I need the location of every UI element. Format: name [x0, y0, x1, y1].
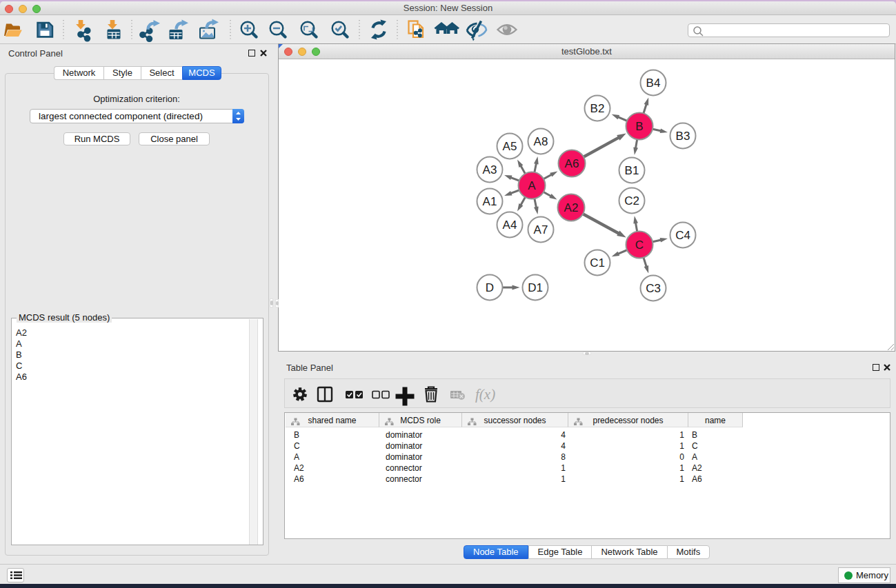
svg-text:f(x): f(x) — [475, 386, 495, 403]
svg-text:A4: A4 — [503, 219, 517, 232]
svg-text:B1: B1 — [625, 164, 639, 177]
svg-text:A8: A8 — [534, 135, 548, 148]
svg-text:B: B — [635, 120, 643, 133]
svg-text:B4: B4 — [646, 77, 661, 90]
svg-text:A7: A7 — [534, 223, 548, 236]
svg-text:C: C — [635, 239, 644, 252]
svg-text:D1: D1 — [528, 281, 543, 294]
svg-text:B3: B3 — [676, 130, 690, 143]
svg-text:A6: A6 — [565, 157, 579, 170]
svg-text:D: D — [486, 281, 494, 294]
svg-text:C1: C1 — [590, 256, 605, 270]
svg-text:C2: C2 — [624, 194, 639, 207]
svg-text:C3: C3 — [646, 282, 661, 295]
svg-text:B2: B2 — [590, 102, 605, 115]
svg-text:A1: A1 — [483, 195, 497, 208]
svg-text:A: A — [528, 179, 536, 192]
svg-text:A5: A5 — [503, 140, 517, 153]
svg-text:A3: A3 — [483, 163, 497, 176]
svg-text:C4: C4 — [675, 229, 690, 242]
svg-text:A2: A2 — [564, 201, 579, 214]
